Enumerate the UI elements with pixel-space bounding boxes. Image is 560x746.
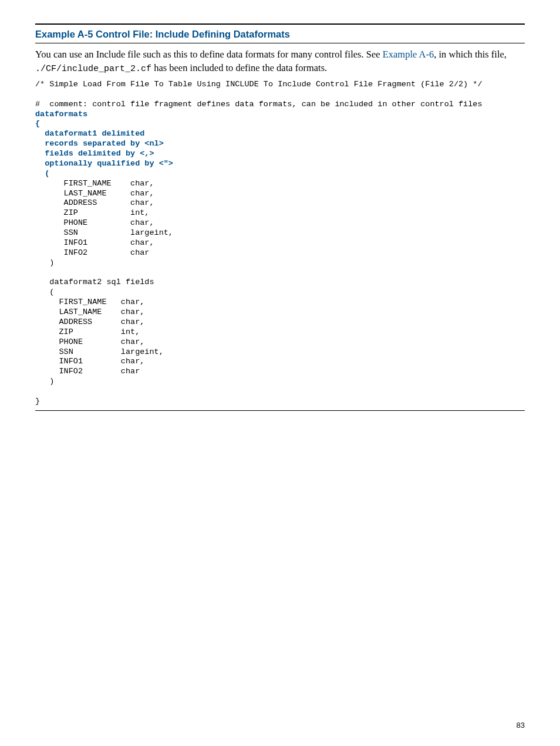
code-line: /* Simple Load From File To Table Using … (35, 80, 483, 89)
code-line: SSN largeint, (35, 347, 164, 356)
page: Example A-5 Control File: Include Defini… (0, 0, 560, 746)
code-line: SSN largeint, (35, 228, 173, 237)
code-line: fields delimited by <,> (35, 149, 154, 158)
rule-under-heading (35, 43, 525, 43)
code-line: ) (35, 258, 54, 267)
page-number: 83 (517, 721, 525, 730)
rule-bottom (35, 410, 525, 411)
code-line: FIRST_NAME char, (35, 298, 144, 306)
code-line: ) (35, 377, 54, 386)
rule-top (35, 23, 525, 25)
code-line: dataformat1 delimited (35, 129, 144, 138)
code-line: PHONE char, (35, 337, 144, 346)
code-line: # comment: control file fragment defines… (35, 100, 483, 109)
code-line: ADDRESS char, (35, 198, 154, 207)
code-line: INFO1 char, (35, 238, 154, 247)
para-middle: , in which this file, (434, 49, 507, 60)
para-prefix: You can use an Include file such as this… (35, 49, 383, 60)
code-line: dataformat2 sql fields (35, 278, 154, 286)
code-line: FIRST_NAME char, (35, 179, 154, 188)
code-line: ADDRESS char, (35, 318, 144, 326)
code-line: INFO2 char (35, 248, 149, 257)
code-line: LAST_NAME char, (35, 189, 154, 198)
code-line: { (35, 119, 40, 128)
code-line: LAST_NAME char, (35, 308, 144, 316)
example-heading: Example A-5 Control File: Include Defini… (35, 28, 525, 40)
example-a6-link[interactable]: Example A-6 (383, 49, 434, 60)
para-suffix: has been included to define the data for… (151, 62, 327, 73)
code-line: ( (35, 169, 49, 178)
code-line: PHONE char, (35, 218, 154, 227)
code-line: INFO1 char, (35, 357, 144, 366)
code-line: } (35, 397, 40, 406)
code-line: INFO2 char (35, 367, 140, 376)
code-block: /* Simple Load From File To Table Using … (35, 80, 525, 407)
inline-code-path: ./CF/include_part_2.cf (35, 64, 151, 74)
code-line: records separated by <nl> (35, 139, 164, 148)
code-line: ZIP int, (35, 328, 140, 336)
body-paragraph: You can use an Include file such as this… (35, 48, 525, 75)
code-line: ( (35, 288, 54, 296)
code-line: optionally qualified by <"> (35, 159, 173, 168)
code-line: dataformats (35, 110, 87, 119)
code-line: ZIP int, (35, 208, 149, 217)
